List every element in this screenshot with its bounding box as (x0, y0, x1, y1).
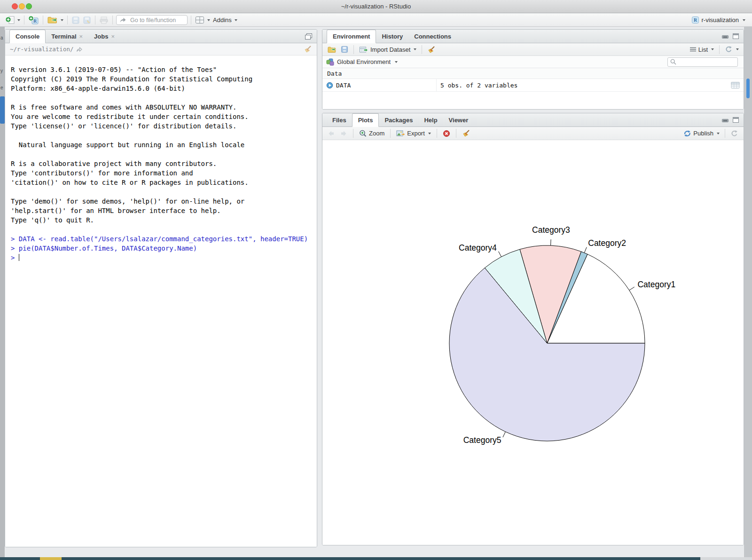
open-folder-icon (47, 16, 58, 24)
pane-layout-caret-icon[interactable] (207, 19, 210, 21)
tab-jobs[interactable]: Jobs × (88, 30, 120, 43)
toolbar-separator (191, 16, 191, 24)
tab-viewer-label: Viewer (449, 117, 469, 124)
export-plot-icon (396, 130, 405, 137)
console-output-line (11, 93, 311, 103)
print-button (98, 16, 110, 25)
console-output-line: You are welcome to redistribute it under… (11, 112, 311, 121)
view-data-icon[interactable] (731, 82, 740, 89)
tab-connections-label: Connections (414, 33, 451, 40)
toolbar-separator (353, 45, 354, 54)
global-environment-selector[interactable]: Global Environment (337, 58, 391, 65)
screen: a y e ~/r-visualization - RStudio R (0, 0, 752, 560)
object-summary: 5 obs. of 2 variables (437, 82, 731, 89)
console-prompt: > (11, 235, 19, 243)
object-name: DATA (336, 82, 351, 89)
save-workspace-button[interactable] (339, 45, 350, 54)
close-jobs-tab-icon[interactable]: × (111, 33, 115, 39)
tab-viewer[interactable]: Viewer (443, 113, 474, 126)
console-output-line (11, 225, 311, 234)
plots-toolbar: Zoom Export (322, 127, 744, 140)
environment-section-header: Data (322, 68, 744, 79)
clear-console-icon[interactable] (304, 45, 312, 53)
open-file-dropdown-caret-icon[interactable] (61, 19, 63, 21)
refresh-environment-button[interactable] (723, 45, 740, 54)
previous-plot-button (326, 130, 337, 137)
tab-terminal[interactable]: Terminal × (46, 30, 88, 43)
console-output-line (11, 131, 311, 140)
tab-packages[interactable]: Packages (379, 113, 418, 126)
addins-label: Addins (213, 16, 232, 24)
console-output-line: R is free software and comes with ABSOLU… (11, 103, 311, 112)
new-project-icon: R (28, 16, 39, 25)
close-terminal-tab-icon[interactable]: × (79, 33, 83, 39)
tab-console[interactable]: Console (9, 30, 46, 43)
plots-pane: Files Plots Packages Help Viewer (322, 113, 744, 545)
minimize-pane-icon[interactable] (721, 117, 729, 123)
pie-label-category1: Category1 (637, 280, 675, 289)
new-file-button[interactable] (4, 15, 22, 25)
console-prompt-line[interactable]: > (11, 253, 311, 262)
tab-history[interactable]: History (376, 30, 408, 43)
background-window-left-edge: a y e (0, 27, 5, 557)
import-dataset-caret-icon (414, 48, 416, 50)
maximize-pane-icon[interactable] (732, 33, 739, 39)
addins-button[interactable]: Addins (212, 16, 239, 24)
tab-environment-label: Environment (333, 33, 370, 40)
export-plot-button[interactable]: Export (395, 129, 432, 137)
toolbar-separator (95, 16, 95, 24)
addins-caret-icon (235, 19, 237, 21)
maximize-pane-icon[interactable] (305, 33, 313, 40)
import-dataset-icon (359, 46, 368, 53)
load-workspace-button[interactable] (326, 46, 338, 54)
tab-console-label: Console (16, 33, 39, 40)
console-command-text: DATA <- read.table("/Users/lsalazar/comm… (19, 235, 308, 243)
plots-tabbar: Files Plots Packages Help Viewer (322, 113, 744, 127)
tab-connections[interactable]: Connections (408, 30, 457, 43)
toolbar-separator (67, 16, 68, 24)
goto-directory-icon[interactable] (76, 47, 83, 52)
main-toolbar: R (0, 14, 752, 27)
goto-file-function-input[interactable] (129, 16, 181, 24)
save-all-button (81, 15, 93, 25)
toolbar-separator (719, 45, 720, 54)
environment-search-input[interactable] (678, 58, 744, 66)
tab-help[interactable]: Help (418, 113, 443, 126)
maximize-pane-icon[interactable] (732, 117, 739, 123)
expand-object-icon[interactable] (326, 82, 333, 89)
tab-plots[interactable]: Plots (352, 113, 379, 127)
project-menu-button[interactable]: R r-visualization (691, 16, 748, 24)
pane-layout-button[interactable] (194, 15, 212, 25)
clear-environment-button[interactable] (426, 45, 437, 54)
new-file-dropdown-caret-icon[interactable] (17, 19, 20, 21)
console-command-line: > pie(DATA$Number.of.Times, DATA$Categor… (11, 244, 311, 253)
toolbar-separator (437, 129, 437, 138)
tab-files[interactable]: Files (327, 113, 352, 126)
console-output-line: Natural language support but running in … (11, 140, 311, 150)
console-output[interactable]: R version 3.6.1 (2019-07-05) -- "Action … (5, 55, 317, 547)
environment-entry-row[interactable]: DATA 5 obs. of 2 variables (322, 79, 744, 92)
tab-packages-label: Packages (384, 117, 413, 124)
goto-file-function-box[interactable] (116, 15, 188, 25)
save-all-icon (83, 16, 91, 24)
environment-search-box[interactable] (667, 57, 738, 67)
save-button (70, 15, 81, 25)
import-dataset-button[interactable]: Import Dataset (358, 46, 418, 54)
minimize-pane-icon[interactable] (721, 33, 729, 39)
tab-environment[interactable]: Environment (327, 30, 376, 43)
refresh-plot-button[interactable] (729, 129, 740, 138)
goto-arrow-icon (119, 17, 126, 23)
background-scrollbar-thumb (746, 79, 750, 98)
text-cursor (19, 254, 20, 261)
remove-plot-button[interactable] (441, 129, 452, 138)
console-output-line: Type 'contributors()' for more informati… (11, 168, 311, 178)
new-project-button[interactable]: R (27, 15, 40, 26)
open-file-button[interactable] (46, 15, 65, 25)
zoom-plot-button[interactable]: Zoom (358, 129, 386, 138)
pie-label-category4: Category4 (459, 243, 497, 252)
publish-plot-button[interactable]: Publish (682, 129, 721, 138)
global-environment-caret-icon[interactable] (395, 61, 398, 63)
console-command-line: > DATA <- read.table("/Users/lsalazar/co… (11, 234, 311, 244)
clear-all-plots-button[interactable] (461, 129, 472, 138)
environment-view-mode-button[interactable]: List (688, 46, 715, 54)
